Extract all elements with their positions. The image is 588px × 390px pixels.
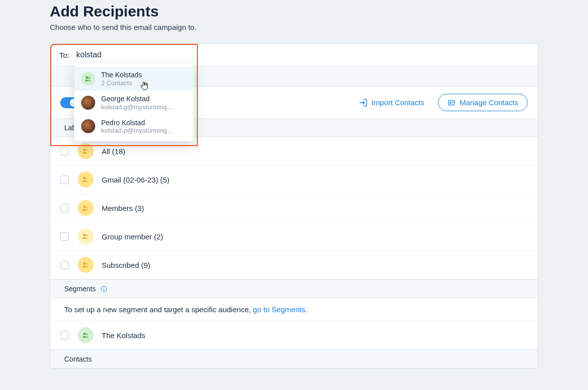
svg-point-1	[88, 77, 90, 79]
to-row: To: The Kolstads 2 Contacts George K	[50, 44, 538, 66]
label-row[interactable]: All (18)	[50, 137, 538, 166]
go-to-segments-link[interactable]: go to Segments	[253, 305, 305, 314]
svg-point-6	[83, 177, 86, 180]
checkbox[interactable]	[60, 232, 69, 241]
label-avatar-icon	[78, 257, 94, 273]
segments-message: To set up a new segment and target a spe…	[50, 298, 538, 321]
page-subtitle: Choose who to send this email campaign t…	[50, 23, 538, 31]
svg-point-5	[86, 149, 88, 151]
suggestion-sub: kolstad.g@mystunning…	[101, 103, 173, 111]
svg-point-9	[86, 206, 88, 208]
suggestion-title: Pedro Kolstad	[101, 119, 173, 127]
segment-name: The Kolstads	[102, 331, 146, 340]
contact-card-icon	[447, 99, 455, 107]
label-name: Group member (2)	[102, 232, 163, 241]
checkbox[interactable]	[60, 147, 69, 156]
svg-point-18	[86, 333, 88, 335]
label-avatar-icon	[78, 228, 94, 244]
to-label: To:	[59, 51, 69, 59]
segments-section-header: Segments	[50, 279, 538, 298]
svg-point-4	[83, 149, 86, 151]
label-row[interactable]: Subscribed (9)	[50, 251, 538, 279]
suggestion-title: George Kolstad	[101, 95, 173, 103]
segments-message-suffix: .	[305, 305, 307, 314]
segment-row[interactable]: The Kolstads	[50, 321, 538, 350]
label-name: Subscribed (9)	[102, 261, 150, 269]
segments-message-prefix: To set up a new segment and target a spe…	[64, 305, 253, 314]
segment-avatar-icon	[78, 327, 94, 343]
svg-point-7	[86, 178, 88, 180]
label-avatar-icon	[78, 143, 94, 159]
manage-contacts-label: Manage Contacts	[459, 98, 518, 107]
person-avatar-icon	[81, 119, 95, 133]
manage-contacts-button[interactable]: Manage Contacts	[438, 94, 528, 111]
suggestion-sub: kolstad.p@mystunning…	[101, 127, 173, 134]
label-name: Gmail (02-06-23) (5)	[102, 176, 169, 184]
checkbox[interactable]	[60, 331, 69, 340]
suggestion-sub: 2 Contacts	[101, 79, 142, 87]
import-contacts-label: Import Contacts	[372, 98, 425, 107]
contacts-section-header: Contacts	[50, 350, 538, 369]
checkbox[interactable]	[60, 261, 69, 269]
contacts-section-title: Contacts	[64, 355, 92, 363]
person-avatar-icon	[81, 96, 95, 110]
group-avatar-icon	[81, 72, 95, 86]
label-row[interactable]: Group member (2)	[50, 222, 538, 251]
svg-point-0	[86, 76, 88, 79]
label-name: Members (3)	[102, 204, 144, 212]
suggestion-item[interactable]: The Kolstads 2 Contacts	[74, 67, 194, 91]
label-avatar-icon	[78, 172, 94, 188]
segments-section-title: Segments	[64, 285, 96, 293]
suggestion-item[interactable]: Pedro Kolstad kolstad.p@mystunning…	[74, 115, 194, 139]
label-row[interactable]: Gmail (02-06-23) (5)	[50, 166, 538, 194]
checkbox[interactable]	[60, 204, 69, 212]
import-contacts-button[interactable]: Import Contacts	[359, 98, 425, 107]
main-panel: To: The Kolstads 2 Contacts George K	[50, 43, 538, 369]
svg-point-17	[83, 333, 86, 335]
checkbox[interactable]	[60, 176, 69, 184]
svg-point-13	[86, 263, 88, 265]
to-input[interactable]	[76, 50, 529, 59]
svg-point-3	[450, 102, 451, 103]
suggestion-item[interactable]: George Kolstad kolstad.g@mystunning…	[74, 91, 194, 115]
label-row[interactable]: Members (3)	[50, 194, 538, 222]
suggestion-title: The Kolstads	[101, 71, 142, 79]
svg-point-12	[83, 262, 86, 265]
svg-point-8	[83, 205, 86, 208]
svg-point-15	[103, 287, 104, 288]
page-title: Add Recipients	[50, 3, 538, 20]
svg-point-11	[86, 234, 88, 236]
svg-rect-16	[103, 288, 104, 290]
suggestions-dropdown: The Kolstads 2 Contacts George Kolstad k…	[74, 64, 194, 141]
info-icon[interactable]	[100, 285, 108, 293]
label-name: All (18)	[102, 147, 126, 156]
label-avatar-icon	[78, 200, 94, 216]
svg-point-10	[83, 234, 86, 236]
import-icon	[359, 98, 368, 107]
